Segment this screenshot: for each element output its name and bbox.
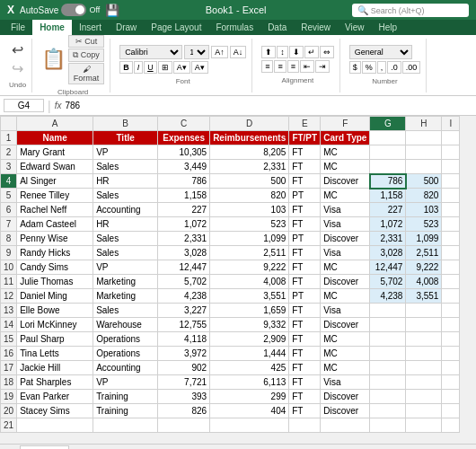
tab-insert[interactable]: Insert [72, 20, 109, 35]
cell-title[interactable]: Sales [93, 189, 158, 203]
cell-title[interactable]: Marketing [93, 289, 158, 304]
cell-card[interactable]: MC [321, 361, 370, 375]
cell-reimbursements[interactable]: 500 [210, 174, 289, 189]
cell-h[interactable] [406, 318, 442, 332]
cell-expenses[interactable]: 2,331 [158, 232, 210, 246]
cell-g[interactable] [370, 145, 406, 160]
undo-button[interactable]: ↩ [12, 41, 23, 58]
cell-ftpt[interactable]: FT [289, 275, 321, 289]
save-icon[interactable]: 💾 [105, 4, 119, 17]
align-center-button[interactable]: ≡ [274, 60, 286, 73]
cell-h[interactable]: 523 [406, 217, 442, 232]
cell-card[interactable]: MC [321, 189, 370, 203]
border-button[interactable]: ⊞ [158, 61, 172, 74]
cell-g1[interactable] [370, 131, 406, 145]
cell-card[interactable]: MC [321, 332, 370, 347]
currency-button[interactable]: $ [349, 61, 361, 74]
spreadsheet[interactable]: A B C D E F G H I 1 Name Title Expenses … [0, 116, 476, 444]
autosave-control[interactable]: AutoSave Off [20, 4, 100, 16]
cell-expenses[interactable]: 3,028 [158, 246, 210, 260]
cell-ftpt[interactable]: FT [289, 217, 321, 232]
cell-name[interactable]: Daniel Ming [17, 289, 93, 304]
cell-ftpt[interactable]: PT [289, 189, 321, 203]
font-size-select[interactable]: 11 [184, 45, 209, 59]
cell-i[interactable] [442, 260, 460, 275]
format-painter-button[interactable]: 🖌 Format [68, 63, 104, 84]
cell-reference-input[interactable]: G4 [4, 99, 44, 112]
cell-i[interactable] [442, 375, 460, 390]
cell-title[interactable]: Operations [93, 347, 158, 361]
cell-name[interactable]: Evan Parker [17, 390, 93, 404]
comma-button[interactable]: , [377, 61, 387, 74]
add-sheet-button[interactable]: + [4, 446, 18, 450]
cell-card[interactable]: Discover [321, 390, 370, 404]
cell-i[interactable] [442, 304, 460, 318]
cell-h[interactable]: 500 [406, 174, 442, 189]
cell-reimbursements[interactable]: 8,205 [210, 145, 289, 160]
cell-h[interactable] [406, 404, 442, 418]
col-header-e[interactable]: E [289, 117, 321, 131]
tab-view[interactable]: View [338, 20, 372, 35]
cell-expenses[interactable]: 12,447 [158, 260, 210, 275]
cell-expenses[interactable]: 1,158 [158, 189, 210, 203]
cell-h[interactable] [406, 375, 442, 390]
cell-card[interactable]: Visa [321, 304, 370, 318]
cell-i[interactable] [442, 217, 460, 232]
col-header-b[interactable]: B [93, 117, 158, 131]
cell-name[interactable]: Renee Tilley [17, 189, 93, 203]
font-grow-button[interactable]: A↑ [211, 46, 228, 58]
cell-card[interactable]: Visa [321, 246, 370, 260]
cell-h[interactable]: 1,099 [406, 232, 442, 246]
col-header-f[interactable]: F [321, 117, 370, 131]
cell-expenses[interactable]: 826 [158, 404, 210, 418]
cell-ftpt[interactable]: FT [289, 361, 321, 375]
formula-input[interactable]: 786 [65, 101, 472, 110]
cell-name[interactable]: Edward Swan [17, 160, 93, 174]
cell-h[interactable] [406, 418, 442, 433]
cell-h[interactable] [406, 361, 442, 375]
cell-name[interactable]: Elle Bowe [17, 304, 93, 318]
align-top-button[interactable]: ⬆ [261, 46, 276, 58]
cell-card[interactable]: MC [321, 347, 370, 361]
cell-h[interactable]: 3,551 [406, 289, 442, 304]
cell-expenses[interactable]: 12,755 [158, 318, 210, 332]
cell-title[interactable]: Operations [93, 332, 158, 347]
header-title[interactable]: Title [93, 131, 158, 145]
cell-h[interactable]: 9,222 [406, 260, 442, 275]
cell-expenses[interactable] [158, 418, 210, 433]
cell-title[interactable]: Sales [93, 304, 158, 318]
cut-button[interactable]: ✂ Cut [68, 35, 104, 48]
cell-card[interactable]: MC [321, 260, 370, 275]
cell-g[interactable]: 2,331 [370, 232, 406, 246]
cell-ftpt[interactable]: FT [289, 304, 321, 318]
cell-title[interactable]: Sales [93, 160, 158, 174]
col-header-g[interactable]: G [370, 117, 406, 131]
cell-name[interactable]: Tina Letts [17, 347, 93, 361]
col-header-d[interactable]: D [210, 117, 289, 131]
cell-i1[interactable] [442, 131, 460, 145]
cell-ftpt[interactable]: PT [289, 289, 321, 304]
cell-name[interactable]: Al Singer [17, 174, 93, 189]
cell-reimbursements[interactable]: 1,659 [210, 304, 289, 318]
cell-ftpt[interactable]: FT [289, 390, 321, 404]
cell-i[interactable] [442, 390, 460, 404]
merge-button[interactable]: ⇔ [320, 46, 334, 58]
number-format-select[interactable]: General [349, 45, 412, 59]
autosave-toggle[interactable] [61, 4, 86, 16]
cell-card[interactable]: Discover [321, 318, 370, 332]
cell-i[interactable] [442, 145, 460, 160]
cell-g[interactable] [370, 390, 406, 404]
tab-help[interactable]: Help [372, 20, 405, 35]
cell-h[interactable]: 4,008 [406, 275, 442, 289]
cell-ftpt[interactable]: FT [289, 246, 321, 260]
cell-title[interactable]: Accounting [93, 361, 158, 375]
cell-h[interactable] [406, 145, 442, 160]
col-header-a[interactable]: A [17, 117, 93, 131]
cell-title[interactable]: VP [93, 260, 158, 275]
cell-name[interactable]: Rachel Neff [17, 203, 93, 217]
cell-ftpt[interactable]: FT [289, 404, 321, 418]
align-left-button[interactable]: ≡ [261, 60, 273, 73]
align-right-button[interactable]: ≡ [287, 60, 299, 73]
cell-i[interactable] [442, 347, 460, 361]
cell-reimbursements[interactable]: 404 [210, 404, 289, 418]
